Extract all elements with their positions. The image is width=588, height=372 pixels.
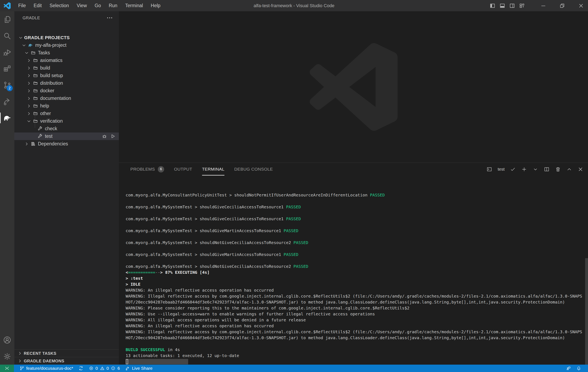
trash-icon-button[interactable] (555, 166, 561, 172)
check-icon-button[interactable] (510, 166, 516, 172)
activity-live-share-icon[interactable] (0, 93, 14, 110)
layout-sidebar-right-button[interactable] (507, 0, 517, 11)
run-task-icon-button[interactable] (110, 133, 116, 139)
terminal-line: WARNING: Illegal reflective access by co… (126, 329, 585, 335)
terminal-line: com.myorg.alfa.MySystemTest > shouldGive… (126, 216, 585, 222)
status-problems[interactable]: 006 (86, 365, 123, 372)
terminal-line: WARNING: An illegal reflective access op… (126, 287, 585, 293)
status-git-branch[interactable]: feature/docusaurus-doc* (17, 365, 76, 372)
info-circle-icon (111, 366, 116, 371)
tree-item-axiomatics[interactable]: axiomatics (14, 57, 119, 64)
activity-explorer-icon[interactable] (0, 11, 14, 28)
layout-sidebar-left-button[interactable] (488, 0, 497, 11)
section-label: GRADLE DAEMONS (24, 359, 64, 363)
sidebar-bottom-sections: RECENT TASKS GRADLE DAEMONS (14, 350, 119, 365)
tree-item-tasks[interactable]: Tasks (14, 49, 119, 57)
chevron-spacer (31, 134, 37, 139)
chevron-up-icon-button[interactable] (566, 166, 572, 172)
tree-item-label: GRADLE PROJECTS (24, 35, 70, 40)
tree-item-label: build setup (40, 73, 63, 78)
activity-run-and-debug-icon[interactable] (0, 44, 14, 61)
tree-item-help[interactable]: help (14, 102, 119, 110)
menu-run[interactable]: Run (105, 0, 121, 11)
activity-extensions-icon[interactable] (0, 61, 14, 77)
activity-source-control-icon[interactable]: 2 (0, 77, 14, 93)
terminal-line: WARNING: Please consider reporting this … (126, 305, 585, 311)
terminal-line (126, 210, 585, 216)
terminal-prompt-icon-button[interactable] (486, 166, 492, 172)
status-notifications[interactable] (574, 365, 584, 372)
remote-indicator[interactable] (0, 365, 14, 372)
menu-selection[interactable]: Selection (46, 0, 73, 11)
chevron-down-small-icon-button[interactable] (533, 166, 538, 172)
tab-label: DEBUG CONSOLE (234, 163, 273, 176)
debug-task-icon-button[interactable] (101, 133, 107, 139)
section-gradle-daemons[interactable]: GRADLE DAEMONS (14, 357, 119, 365)
tree-item-build[interactable]: build (14, 64, 119, 72)
tree-item-verification[interactable]: verification (14, 117, 119, 125)
add-icon-button[interactable] (521, 166, 527, 172)
tree-item-other[interactable]: other (14, 110, 119, 117)
panel-tab-debug-console[interactable]: DEBUG CONSOLE (229, 163, 278, 176)
tree-item-dependencies[interactable]: Dependencies (14, 140, 119, 148)
restore-button[interactable] (557, 0, 567, 11)
tree-item-label: verification (40, 118, 63, 124)
tree-item-build-setup[interactable]: build setup (14, 72, 119, 79)
panel-tab-problems[interactable]: PROBLEMS6 (126, 163, 169, 176)
menu-view[interactable]: View (73, 0, 91, 11)
status-feedback[interactable] (563, 365, 574, 372)
tree-item-label: check (45, 126, 57, 131)
chevron-right-icon (26, 96, 32, 101)
status-text: 6 (117, 366, 120, 371)
activity-settings-icon[interactable] (0, 348, 14, 365)
layout-panel-button[interactable] (497, 0, 507, 11)
chevron-down-icon (21, 43, 27, 48)
status-sync[interactable] (76, 365, 86, 372)
terminal-line: HOT/20ecc904287ebaab2fd466044df3e6c74292… (126, 335, 585, 341)
menu-help[interactable]: Help (147, 0, 164, 11)
close-icon-button[interactable] (578, 166, 584, 172)
activity-gradle-icon[interactable] (0, 110, 14, 126)
vscode-window: { "window": { "title": "alfa-test-framew… (0, 0, 588, 372)
tree-item-my-alfa-project[interactable]: my-alfa-project (14, 42, 119, 49)
terminal-line: WARNING: Use --illegal-access=warn to en… (126, 311, 585, 317)
panel-tab-terminal[interactable]: TERMINAL (197, 163, 229, 176)
sidebar-title: GRADLE (22, 16, 40, 20)
bell-icon (576, 366, 581, 371)
activity-accounts-icon[interactable] (0, 332, 14, 348)
panel-tab-output[interactable]: OUTPUT (169, 163, 197, 176)
menu-edit[interactable]: Edit (30, 0, 46, 11)
terminal-line: WARNING: Illegal reflective access by co… (126, 293, 585, 299)
tree-item-test[interactable]: test (14, 132, 119, 140)
chevron-right-icon (26, 58, 32, 63)
tree-item-gradle-projects[interactable]: GRADLE PROJECTS (14, 34, 119, 42)
layout-customize-button[interactable] (517, 0, 527, 11)
terminal-line: com.myorg.alfa.MySystemTest > shouldNotG… (126, 240, 585, 246)
title-bar: FileEditSelectionViewGoRunTerminalHelp a… (0, 0, 588, 11)
terminal-line: com.myorg.alfa.MySystemTest > shouldGive… (126, 204, 585, 210)
menu-file[interactable]: File (14, 0, 30, 11)
status-text: 0 (95, 366, 98, 371)
section-label: RECENT TASKS (24, 351, 56, 356)
tree-item-check[interactable]: check (14, 125, 119, 132)
error-circle-icon (89, 366, 94, 371)
section-recent-tasks[interactable]: RECENT TASKS (14, 350, 119, 357)
tree-item-distribution[interactable]: distribution (14, 79, 119, 87)
close-button[interactable] (576, 0, 586, 11)
more-actions-icon[interactable] (106, 14, 113, 21)
chevron-down-icon (26, 118, 32, 124)
menu-go[interactable]: Go (91, 0, 105, 11)
editor-area (119, 11, 588, 163)
split-icon-button[interactable] (544, 166, 550, 172)
menu-terminal[interactable]: Terminal (121, 0, 147, 11)
terminal-scrollbar[interactable] (585, 258, 588, 365)
wrench-icon (37, 134, 43, 139)
terminal-viewport[interactable]: com.myorg.alfa.MyConsultantPolicyUnitTes… (126, 192, 585, 364)
activity-search-icon[interactable] (0, 28, 14, 44)
tree-item-docker[interactable]: docker (14, 87, 119, 95)
terminal-line: com.myorg.alfa.MySystemTest > shouldNotG… (126, 264, 585, 269)
minimize-button[interactable] (538, 0, 548, 11)
status-live-share[interactable]: Live Share (123, 365, 155, 372)
tree-item-documentation[interactable]: documentation (14, 95, 119, 102)
active-terminal-name[interactable]: test (498, 167, 504, 172)
